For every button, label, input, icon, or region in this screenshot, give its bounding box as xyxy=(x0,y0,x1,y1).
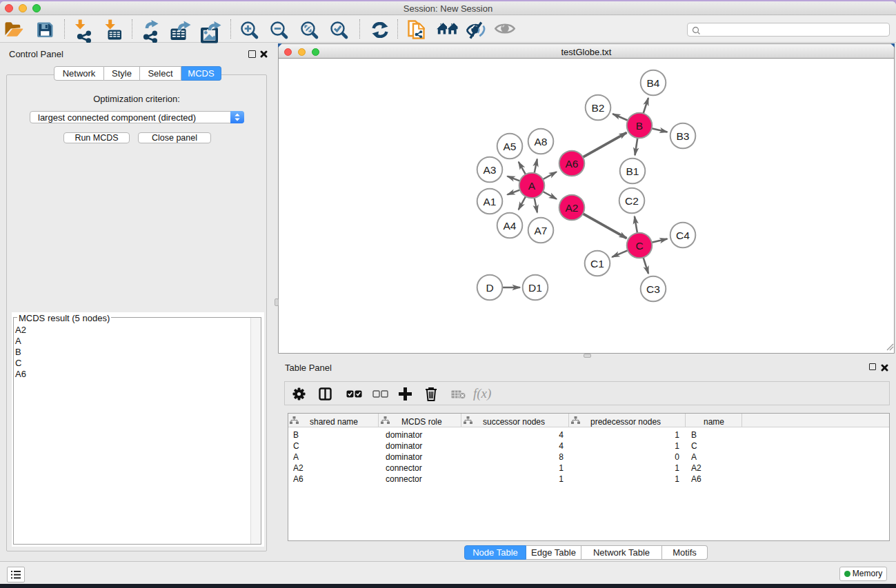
svg-text:C: C xyxy=(635,240,643,252)
svg-text:B: B xyxy=(636,120,643,132)
svg-text:A2: A2 xyxy=(566,202,579,214)
svg-text:B4: B4 xyxy=(647,77,660,89)
svg-text:A6: A6 xyxy=(566,158,579,170)
svg-text:B1: B1 xyxy=(626,165,639,177)
svg-text:A4: A4 xyxy=(504,220,517,232)
svg-text:A5: A5 xyxy=(504,141,517,152)
svg-text:C3: C3 xyxy=(646,283,660,295)
svg-text:D1: D1 xyxy=(528,282,542,294)
svg-text:A8: A8 xyxy=(535,136,548,148)
svg-text:C4: C4 xyxy=(676,230,690,241)
svg-text:A7: A7 xyxy=(535,225,548,236)
svg-text:B2: B2 xyxy=(592,102,605,114)
svg-text:C2: C2 xyxy=(625,195,639,207)
svg-text:A3: A3 xyxy=(484,164,497,176)
svg-text:D: D xyxy=(486,282,493,294)
svg-text:A1: A1 xyxy=(484,196,497,207)
svg-text:C1: C1 xyxy=(590,258,604,270)
svg-text:A: A xyxy=(528,180,536,192)
svg-text:B3: B3 xyxy=(677,130,690,142)
